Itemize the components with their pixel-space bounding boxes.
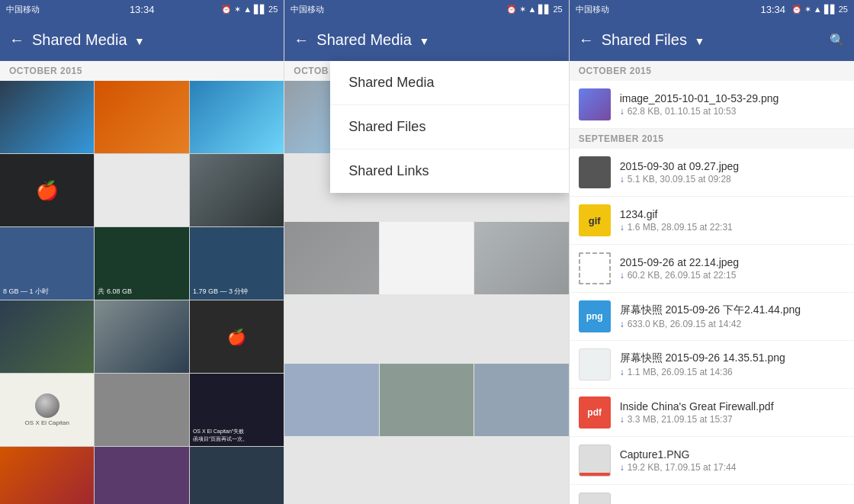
media-cell[interactable] [284,364,378,436]
dropdown-trigger-right[interactable]: ▼ [695,35,705,47]
left-panel: 中国移动 13:34 ⏰ ✶ ▲ ▋▋ 25 ← Shared Media ▼ … [0,0,284,504]
media-cell[interactable]: 8 GB — 1 小时 [0,227,94,300]
media-cell[interactable]: 共 6.08 GB [95,227,188,300]
dropdown-item-shared-files[interactable]: Shared Files [330,105,568,149]
file-item[interactable]: 屏幕快照 2015-09-26 14.35.51.png ↓ 1.1 MB, 2… [570,341,854,389]
signal-icon-left: ▋▋ [254,5,266,14]
alarm-icon-left: ⏰ [221,5,232,14]
media-cell[interactable]: 1.79 GB — 正在计 [190,447,284,504]
file-item[interactable]: gif 1234.gif ↓ 1.6 MB, 28.09.15 at 22:31 [570,197,854,245]
file-info: 屏幕快照 2015-09-26 14.35.51.png ↓ 1.1 MB, 2… [620,352,845,377]
media-cell[interactable]: OS X El Capitan [0,374,94,446]
dropdown-trigger-middle[interactable]: ▼ [419,35,429,47]
media-cell[interactable] [380,364,474,436]
header-middle: ← Shared Media ▼ [284,18,568,61]
file-item[interactable]: image_2015-10-01_10-53-29.png ↓ 62.8 KB,… [570,81,854,129]
dropdown-item-shared-media[interactable]: Shared Media [330,61,568,105]
download-arrow: ↓ [620,270,624,281]
file-meta-text: 1.6 MB, 28.09.15 at 22:31 [628,222,733,233]
file-icon-img1 [579,88,611,120]
bt-icon-middle: ✶ [519,5,526,14]
file-item[interactable]: Capture.PNG [570,485,854,504]
media-grid-left: 🍎 8 GB — 1 小时 共 6.08 GB 1.79 GB — 3 分钟 🍎… [0,81,284,504]
media-cell[interactable] [474,222,568,294]
media-cell[interactable] [0,81,94,153]
carrier-text-middle: 中国移动 [291,4,324,15]
files-list: OCTOBER 2015 image_2015-10-01_10-53-29.p… [570,61,854,504]
title-text-left: Shared Media [32,31,127,48]
carrier-text-right: 中国移动 [576,4,609,15]
carrier-left: 中国移动 [6,4,40,15]
media-cell[interactable]: 🍎 [0,154,94,226]
dropdown-label-shared-files: Shared Files [348,119,425,134]
file-icon-dashed [579,252,611,284]
battery-right: 25 [839,5,848,14]
dropdown-trigger-left[interactable]: ▼ [134,35,145,47]
file-meta-text: 3.3 MB, 21.09.15 at 15:37 [628,414,733,425]
wifi-icon-middle: ▲ [528,5,537,14]
file-name: Capture1.PNG [620,448,845,461]
file-info: 2015-09-26 at 22.14.jpeg ↓ 60.2 KB, 26.0… [620,256,845,281]
media-cell[interactable] [0,447,94,504]
file-icon-jpeg1 [579,156,611,188]
file-meta: ↓ 62.8 KB, 01.10.15 at 10:53 [620,106,845,117]
media-cell[interactable]: OS X El Capitan"失败函项目"页面再试一次。 [190,374,284,446]
file-meta-text: 62.8 KB, 01.10.15 at 10:53 [628,106,737,117]
header-title-left: Shared Media ▼ [32,31,274,49]
media-cell[interactable] [95,447,188,504]
back-button-left[interactable]: ← [9,31,24,49]
file-name: Inside China's Great Firewall.pdf [620,400,845,413]
media-cell[interactable] [95,374,188,446]
file-icon-png2 [579,348,611,380]
status-icons-left: ⏰ ✶ ▲ ▋▋ 25 [221,5,278,14]
status-icons-middle: ⏰ ✶ ▲ ▋▋ 25 [506,5,563,14]
media-cell[interactable] [474,364,568,436]
media-cell[interactable]: 1.79 GB — 3 分钟 [190,227,284,300]
search-button-right[interactable]: 🔍 [830,33,845,47]
back-button-middle[interactable]: ← [294,31,309,49]
media-cell[interactable] [190,154,284,226]
file-info: image_2015-10-01_10-53-29.png ↓ 62.8 KB,… [620,92,845,117]
file-icon-capture1 [579,445,611,477]
file-meta-text: 5.1 KB, 30.09.15 at 09:28 [628,174,731,185]
file-info: 2015-09-30 at 09.27.jpeg ↓ 5.1 KB, 30.09… [620,160,845,185]
dropdown-item-shared-links[interactable]: Shared Links [330,149,568,193]
media-cell[interactable] [95,300,188,373]
time-right: 13:34 [760,4,785,15]
file-item[interactable]: 2015-09-30 at 09.27.jpeg ↓ 5.1 KB, 30.09… [570,149,854,197]
file-item[interactable]: Capture1.PNG ↓ 19.2 KB, 17.09.15 at 17:4… [570,437,854,485]
media-cell[interactable]: 🍎 [190,300,284,373]
status-bar-middle: 中国移动 13:34 ⏰ ✶ ▲ ▋▋ 25 [284,0,568,18]
file-meta-text: 1.1 MB, 26.09.15 at 14:36 [628,367,733,377]
file-item[interactable]: 2015-09-26 at 22.14.jpeg ↓ 60.2 KB, 26.0… [570,245,854,293]
carrier-middle: 中国移动 [291,4,324,15]
bt-icon-right: ✶ [804,5,811,14]
media-cell[interactable] [95,81,188,153]
media-cell[interactable] [190,81,284,153]
title-text-middle: Shared Media [316,31,412,48]
header-title-middle: Shared Media ▼ [316,31,559,49]
right-panel: 中国移动 13:34 ⏰ ✶ ▲ ▋▋ 25 ← Shared Files ▼ … [570,0,854,504]
files-section-october: OCTOBER 2015 [570,61,854,81]
icon-label-png1: png [586,311,603,322]
file-meta: ↓ 1.1 MB, 26.09.15 at 14:36 [620,367,845,377]
middle-panel: 中国移动 13:34 ⏰ ✶ ▲ ▋▋ 25 ← Shared Media ▼ … [284,0,568,504]
alarm-icon-middle: ⏰ [506,5,517,14]
download-arrow: ↓ [620,414,624,425]
file-meta: ↓ 633.0 KB, 26.09.15 at 14:42 [620,319,845,329]
media-cell[interactable] [0,300,94,373]
title-text-right: Shared Files [602,31,687,48]
download-arrow: ↓ [620,106,624,117]
status-bar-right: 中国移动 13:34 ⏰ ✶ ▲ ▋▋ 25 [570,0,854,18]
media-cell[interactable] [95,154,188,226]
back-button-right[interactable]: ← [579,31,594,49]
media-cell[interactable] [380,222,474,294]
file-info: Inside China's Great Firewall.pdf ↓ 3.3 … [620,400,845,425]
media-cell[interactable] [284,222,378,294]
icon-label-gif: gif [589,215,601,226]
download-arrow: ↓ [620,222,624,233]
file-item[interactable]: pdf Inside China's Great Firewall.pdf ↓ … [570,389,854,437]
file-item[interactable]: png 屏幕快照 2015-09-26 下午2.41.44.png ↓ 633.… [570,293,854,341]
file-icon-capture [579,493,611,504]
icon-label-pdf: pdf [587,407,602,418]
